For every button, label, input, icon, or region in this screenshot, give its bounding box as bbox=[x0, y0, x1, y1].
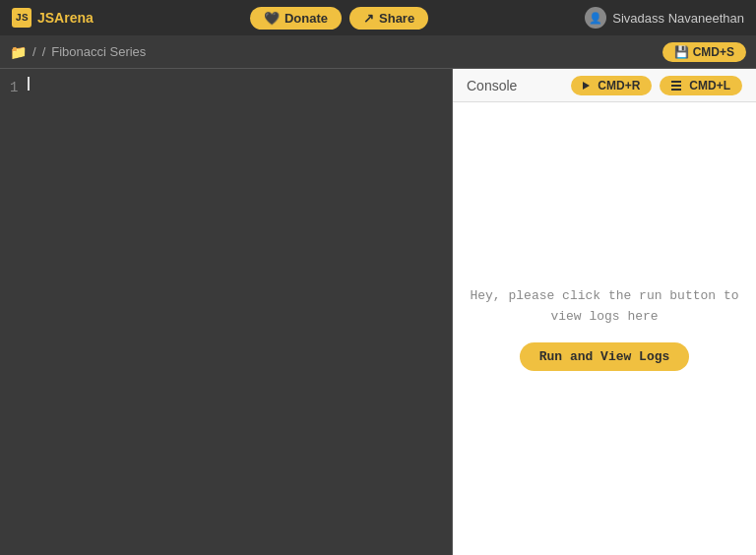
main-content: 1 Console CMD+R CMD+L bbox=[0, 69, 756, 555]
logo-area: JS JSArena bbox=[12, 8, 94, 28]
donate-label: Donate bbox=[284, 11, 328, 26]
console-panel: Console CMD+R CMD+L Hey, please c bbox=[453, 69, 756, 555]
console-title: Console bbox=[467, 78, 517, 93]
logo-icon: JS bbox=[12, 8, 32, 28]
editor-panel: 1 bbox=[0, 69, 453, 555]
console-action-buttons: CMD+R CMD+L bbox=[571, 76, 742, 95]
run-label: CMD+R bbox=[598, 79, 640, 92]
editor-line-1: 1 bbox=[10, 77, 442, 98]
save-icon: 💾 bbox=[674, 45, 689, 59]
breadcrumb-file: Fibonacci Series bbox=[51, 44, 146, 59]
run-view-label: Run and View Logs bbox=[539, 349, 670, 364]
share-label: Share bbox=[379, 11, 414, 26]
heart-icon: 🖤 bbox=[264, 11, 280, 26]
toolbar-buttons: 💾 CMD+S bbox=[662, 42, 746, 62]
header-actions: 🖤 Donate ↗ Share bbox=[250, 7, 428, 30]
log-button[interactable]: CMD+L bbox=[660, 76, 742, 95]
save-label: CMD+S bbox=[693, 45, 734, 59]
log-label: CMD+L bbox=[689, 79, 730, 92]
avatar: 👤 bbox=[585, 7, 606, 29]
console-message-line1: Hey, please click the run button to bbox=[470, 288, 738, 303]
line-number-1: 1 bbox=[10, 77, 18, 98]
user-name: Sivadass Navaneethan bbox=[612, 11, 744, 26]
save-button[interactable]: 💾 CMD+S bbox=[662, 42, 746, 62]
user-area: 👤 Sivadass Navaneethan bbox=[585, 7, 744, 29]
editor-toolbar: 📁 / / Fibonacci Series 💾 CMD+S bbox=[0, 35, 756, 69]
log-icon bbox=[671, 81, 681, 91]
run-play-icon bbox=[583, 82, 590, 90]
cursor bbox=[28, 77, 30, 91]
run-and-view-logs-button[interactable]: Run and View Logs bbox=[520, 342, 690, 371]
folder-icon: 📁 bbox=[10, 44, 27, 60]
share-button[interactable]: ↗ Share bbox=[349, 7, 428, 30]
code-editor[interactable]: 1 bbox=[0, 69, 452, 555]
breadcrumb: 📁 / / Fibonacci Series bbox=[10, 44, 146, 60]
logo-text: JSArena bbox=[37, 10, 94, 26]
console-message-line2: view logs here bbox=[550, 309, 658, 324]
app-header: JS JSArena 🖤 Donate ↗ Share 👤 Sivadass N… bbox=[0, 0, 756, 35]
user-info: 👤 Sivadass Navaneethan bbox=[585, 7, 744, 29]
breadcrumb-root: / bbox=[32, 44, 36, 59]
console-header: Console CMD+R CMD+L bbox=[453, 69, 756, 102]
share-icon: ↗ bbox=[363, 11, 374, 26]
console-message: Hey, please click the run button to view… bbox=[470, 286, 738, 328]
breadcrumb-separator: / bbox=[42, 44, 46, 59]
console-body: Hey, please click the run button to view… bbox=[453, 102, 756, 555]
donate-button[interactable]: 🖤 Donate bbox=[250, 7, 342, 30]
run-button[interactable]: CMD+R bbox=[571, 76, 652, 95]
